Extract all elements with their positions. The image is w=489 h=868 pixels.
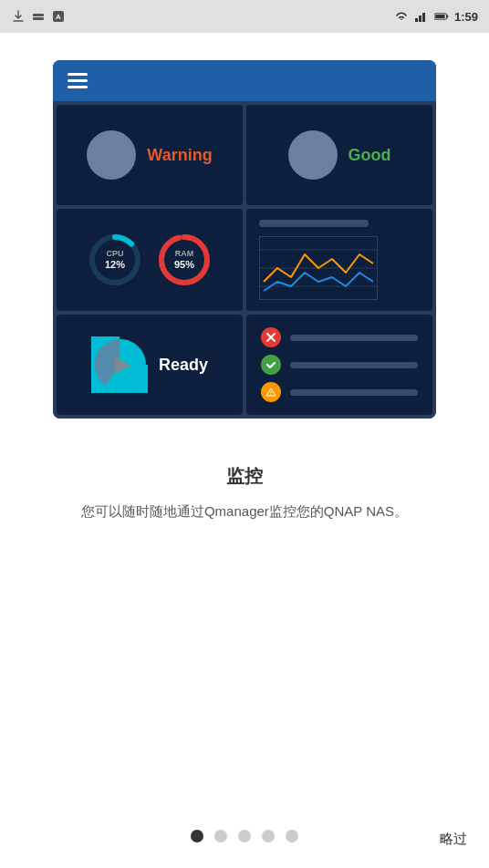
status-line-error bbox=[290, 335, 418, 341]
warning-label: Warning bbox=[147, 146, 212, 165]
bottom-section: 监控 您可以随时随地通过Qmanager监控您的QNAP NAS。 bbox=[36, 464, 453, 522]
ready-cell[interactable]: Ready bbox=[57, 315, 243, 415]
ram-gauge-text: RAM 95% bbox=[174, 249, 194, 271]
good-label: Good bbox=[349, 146, 391, 165]
svg-text:A: A bbox=[56, 13, 61, 21]
storage-icon bbox=[31, 9, 46, 24]
good-avatar bbox=[288, 130, 338, 180]
pagination-dot-1[interactable] bbox=[191, 830, 203, 842]
chart-area bbox=[259, 236, 378, 300]
svg-rect-9 bbox=[447, 15, 449, 17]
signal-icon bbox=[414, 9, 429, 24]
label-icon: A bbox=[51, 9, 66, 24]
status-line-warning bbox=[290, 389, 418, 396]
pagination-dots bbox=[191, 830, 298, 842]
ram-gauge: RAM 95% bbox=[156, 232, 213, 288]
dashboard-header bbox=[53, 60, 436, 101]
svg-rect-4 bbox=[415, 18, 418, 22]
svg-rect-0 bbox=[33, 14, 44, 16]
battery-icon bbox=[434, 9, 449, 24]
status-line-check bbox=[290, 362, 418, 368]
clock: 1:59 bbox=[454, 10, 478, 24]
ram-value: 95% bbox=[174, 259, 194, 271]
good-cell[interactable]: Good bbox=[246, 105, 432, 205]
svg-rect-1 bbox=[33, 17, 44, 20]
warning-triangle-icon: ! bbox=[261, 382, 281, 402]
monitor-description: 您可以随时随地通过Qmanager监控您的QNAP NAS。 bbox=[81, 501, 408, 522]
main-content: Warning Good CPU 12% bbox=[0, 33, 489, 868]
status-row-error bbox=[261, 327, 418, 347]
status-bar: A 1:59 bbox=[0, 0, 489, 33]
check-icon bbox=[261, 355, 281, 375]
cpu-label: CPU bbox=[105, 249, 125, 259]
cpu-ram-cell[interactable]: CPU 12% RAM 95% bbox=[57, 209, 243, 311]
cpu-gauge-text: CPU 12% bbox=[105, 249, 125, 271]
wifi-icon bbox=[394, 9, 409, 24]
pagination-dot-3[interactable] bbox=[238, 830, 251, 842]
dashboard-grid: Warning Good CPU 12% bbox=[53, 101, 436, 418]
error-icon bbox=[261, 327, 281, 347]
svg-rect-5 bbox=[419, 16, 421, 22]
download-icon bbox=[11, 9, 26, 24]
chart-cell[interactable] bbox=[246, 209, 432, 311]
ram-label: RAM bbox=[174, 249, 194, 259]
chart-placeholder-bar bbox=[259, 220, 369, 227]
ready-pie-chart bbox=[91, 336, 148, 393]
ready-label: Ready bbox=[159, 356, 208, 375]
pagination-dot-5[interactable] bbox=[286, 830, 298, 842]
status-bar-left: A bbox=[11, 9, 66, 24]
cpu-gauge: CPU 12% bbox=[87, 232, 143, 288]
status-row-check bbox=[261, 355, 418, 375]
warning-avatar bbox=[87, 130, 136, 180]
svg-rect-6 bbox=[422, 13, 425, 22]
pagination-dot-2[interactable] bbox=[214, 830, 227, 842]
svg-rect-7 bbox=[426, 11, 428, 22]
status-row-warning: ! bbox=[261, 382, 418, 402]
dashboard-card: Warning Good CPU 12% bbox=[53, 60, 436, 418]
warning-cell[interactable]: Warning bbox=[57, 105, 243, 205]
svg-text:!: ! bbox=[270, 390, 272, 396]
cpu-value: 12% bbox=[105, 259, 125, 271]
svg-rect-10 bbox=[435, 15, 444, 18]
pagination-dot-4[interactable] bbox=[262, 830, 275, 842]
monitor-title: 监控 bbox=[226, 464, 263, 489]
status-list-cell[interactable]: ! bbox=[246, 315, 432, 415]
status-bar-right: 1:59 bbox=[394, 9, 478, 24]
hamburger-menu-icon[interactable] bbox=[68, 73, 88, 88]
skip-button[interactable]: 略过 bbox=[440, 831, 467, 848]
